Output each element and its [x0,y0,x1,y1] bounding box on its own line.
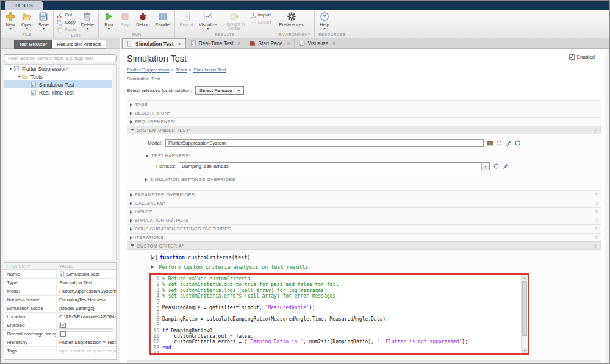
open-folder-icon [22,12,32,21]
code-line: 2% set customCriteria.out to true for pa… [152,282,521,287]
test-harness-subsection[interactable]: TEST HARNESS* [145,153,601,159]
section-tags[interactable]: TAGS [127,100,601,109]
stop-icon [120,12,130,21]
simulation-settings-subsection[interactable]: SIMULATION SETTINGS OVERRIDES [145,177,601,182]
scroll-up-icon[interactable] [522,275,528,280]
delete-button[interactable]: Delete [79,11,97,30]
preferences-button[interactable]: Preferences [276,11,306,27]
doc-tab-start-page[interactable]: Start Page [245,38,295,48]
main-scrollbar[interactable] [605,49,609,363]
code-line: 4% set customCriteria.errors (cell array… [152,293,521,299]
open-model-icon[interactable] [487,140,493,146]
help-icon[interactable] [595,201,598,206]
doc-tab-real-time-test[interactable]: Real-Time Test [186,38,246,48]
scroll-down-icon[interactable] [522,348,528,353]
tree-item-tests[interactable]: Tests [4,73,116,80]
section-system-under-test[interactable]: SYSTEM UNDER TEST* [127,126,601,134]
breadcrumb-link-tests[interactable]: Tests [176,67,187,73]
section-simulation-outputs[interactable]: SIMULATION OUTPUTS [127,216,601,224]
harness-dropdown[interactable]: DampingTestHarness [179,162,490,170]
cut-button[interactable]: Cut [56,12,77,18]
breadcrumb-separator: » [189,67,192,73]
help-icon[interactable] [595,192,598,198]
open-button[interactable]: Open [19,11,35,30]
model-field-icons [487,140,521,146]
editor-scrollbar[interactable] [521,275,528,353]
visualize-button[interactable]: Visualize [196,11,220,30]
refresh-model-icon[interactable] [514,140,521,146]
sidebar-tab-test-browser[interactable]: Test Browser [14,40,52,49]
test-manager-window: TESTS NewOpenSaveFILECutCopyPasteDeleteE… [0,0,610,364]
new-button[interactable]: New [2,11,18,30]
tree-scrollbar[interactable] [112,65,116,260]
close-icon[interactable] [287,40,290,46]
code-line: 8DampingRatio = calculateDampingRatio(Me… [152,316,521,322]
breadcrumb-link-suite[interactable]: Flutter Suppression [127,67,169,73]
dropdown-caret-icon [108,27,110,30]
page-title: Simulation Test [127,54,601,63]
breadcrumb-link-current[interactable]: Simulation Test [193,67,226,73]
close-icon[interactable] [237,40,240,46]
help-icon[interactable] [594,243,597,249]
help-icon[interactable] [595,363,598,364]
section-iterations[interactable]: ITERATIONS* [127,233,601,241]
enabled-checkbox[interactable] [569,54,575,60]
tree-item-real-time-test[interactable]: Real-Time Test [4,88,116,96]
chevron-down-icon[interactable] [481,163,489,170]
paste-icon [57,27,63,33]
doc-tab-simulation-test[interactable]: Simulation Test [122,38,186,48]
tree-item-simulation-test[interactable]: Simulation Test [4,80,116,88]
help-icon[interactable] [595,209,598,215]
property-grid: PROPERTYVALUENameSimulation TestTypeSimu… [4,262,117,360]
section-coverage-settings[interactable]: COVERAGE SETTINGS [127,361,601,363]
help-button[interactable]: ?Help [317,11,332,30]
filter-input[interactable] [4,54,117,62]
help-icon[interactable] [594,127,597,133]
code-area[interactable]: 1% Return value: customCriteria2% set cu… [151,275,521,353]
code-line: 11 customCriteria.out = false; [152,334,521,339]
debug-button[interactable]: Debug [134,11,152,27]
section-description[interactable]: DESCRIPTION* [127,109,601,117]
enabled-checkbox[interactable] [60,323,66,328]
tab-tests[interactable]: TESTS [5,1,43,10]
section-parameter-overrides[interactable]: PARAMETER OVERRIDES [127,190,601,199]
goto-harness-icon[interactable] [502,163,509,170]
section-callbacks[interactable]: CALLBACKS* [127,199,601,207]
help-icon[interactable] [595,218,598,223]
close-icon[interactable] [178,41,181,47]
save-button[interactable]: Save [35,11,51,30]
custom-criteria-summary[interactable]: Perform custom criteria analysis on test… [151,264,601,270]
enabled-toggle[interactable]: Enabled [569,54,595,60]
scrollbar-thumb[interactable] [522,281,527,336]
import-button[interactable]: Import [249,12,273,18]
dropdown-caret-icon [323,27,325,30]
custom-criteria-code-editor[interactable]: 1% Return value: customCriteria2% set cu… [149,273,529,355]
help-icon[interactable] [595,226,598,232]
property-row-type: TypeSimulation Test [4,279,116,287]
copy-button[interactable]: Copy [56,19,77,26]
refresh-harness-icon[interactable] [493,163,500,170]
model-label: Model: [148,140,162,146]
use-current-model-icon[interactable] [496,140,503,146]
code-line: 5 [152,299,521,305]
section-inputs[interactable]: INPUTS [127,207,601,216]
select-release-dropdown[interactable]: Select Release [195,86,244,95]
record-coverage-for-syste-checkbox[interactable] [60,331,66,337]
custom-criteria-checkbox[interactable] [151,255,157,260]
expand-icon [130,202,132,205]
doc-tab-visualize[interactable]: Visualize [295,38,340,48]
close-icon[interactable] [332,40,336,46]
ribbon-group-edit: CutCopyPasteDeleteEDIT [54,10,99,38]
section-custom-criteria[interactable]: CUSTOM CRITERIA* [127,241,601,250]
model-input[interactable] [165,139,484,147]
folder-icon [22,74,28,80]
goto-model-icon[interactable] [505,140,512,146]
tree-item-flutter-suppression[interactable]: Flutter Suppression* [4,65,116,73]
parallel-button[interactable]: Parallel [152,11,173,27]
section-configuration-settings-overrides[interactable]: CONFIGURATION SETTINGS OVERRIDES [127,224,601,233]
run-button[interactable]: Run [101,11,117,30]
sidebar-tab-results-and-artifacts[interactable]: Results and Artifacts [52,40,106,49]
help-icon[interactable] [595,235,598,240]
expand-icon [130,112,132,115]
section-requirements[interactable]: REQUIREMENTS* [127,117,601,126]
